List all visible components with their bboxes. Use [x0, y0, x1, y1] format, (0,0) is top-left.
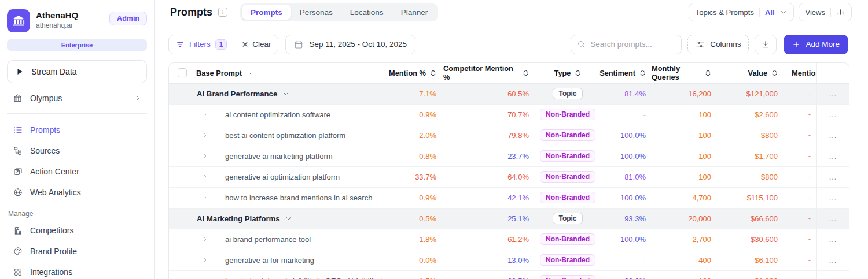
row-actions-button[interactable]: … — [816, 229, 849, 250]
bar-chart-icon — [836, 8, 845, 16]
sidebar-item-web-analytics[interactable]: Web Analytics — [7, 182, 147, 203]
sort-icon[interactable] — [771, 69, 778, 77]
views-label: Views — [806, 8, 825, 17]
sidebar-item-integrations[interactable]: Integrations — [7, 262, 147, 279]
row-expand-icon[interactable] — [201, 256, 208, 263]
type-badge: Non-Branded — [540, 233, 595, 245]
table-row[interactable]: best ai content optimization platform 2.… — [169, 125, 849, 146]
filters-group: Filters 1 ✕ Clear — [168, 35, 278, 54]
sidebar-item-competitors[interactable]: Competitors — [7, 220, 147, 241]
select-all-checkbox[interactable] — [178, 68, 187, 77]
row-actions-button[interactable]: … — [816, 105, 849, 125]
row-expand-icon[interactable] — [201, 173, 208, 180]
table-row[interactable]: ai content optimization software 0.9% 70… — [169, 105, 849, 125]
table-row[interactable]: how to increase brand mentions in ai sea… — [169, 188, 849, 209]
add-more-button[interactable]: Add More — [784, 35, 848, 54]
row-actions-button[interactable]: … — [816, 250, 849, 270]
sort-icon[interactable] — [705, 69, 711, 77]
date-range-picker[interactable]: Sep 11, 2025 - Oct 10, 2025 — [285, 35, 415, 54]
chevron-down-icon — [780, 9, 787, 16]
sort-icon[interactable] — [575, 69, 581, 77]
row-actions-button[interactable]: … — [816, 167, 849, 187]
sidebar-item-sources[interactable]: Sources — [7, 140, 147, 161]
tab-locations[interactable]: Locations — [341, 5, 392, 20]
columns-button[interactable]: Columns — [687, 35, 749, 54]
cell-monthly-queries: 100 — [652, 105, 718, 125]
workspace-name: AthenaHQ — [36, 10, 104, 20]
cell-sentiment: 90.0% — [599, 271, 652, 279]
calendar-icon — [294, 40, 303, 49]
row-actions-button[interactable]: … — [816, 125, 849, 146]
stream-data-button[interactable]: Stream Data — [7, 60, 147, 83]
table-row[interactable]: how to track brand visibility in GEO ai … — [169, 271, 849, 279]
sidebar-divider — [7, 113, 147, 114]
row-expand-icon[interactable] — [201, 236, 208, 243]
sort-icon[interactable] — [523, 69, 529, 77]
cell-value: $1,700 — [718, 146, 785, 166]
table-row[interactable]: AI Marketing Platforms 0.5% 25.1% Topic … — [169, 209, 849, 229]
download-button[interactable] — [755, 35, 777, 54]
cell-competitor-mention: 28.5% — [443, 271, 536, 279]
sort-icon[interactable] — [639, 69, 646, 77]
table-row[interactable]: AI Brand Performance 7.1% 60.5% Topic 81… — [169, 84, 849, 105]
col-monthly-queries: Monthly Queries — [652, 64, 701, 81]
filters-button[interactable]: Filters 1 — [169, 35, 234, 54]
admin-badge[interactable]: Admin — [109, 12, 147, 25]
prompt-label: how to track brand visibility in GEO ai … — [225, 277, 389, 279]
views-button[interactable]: Views — [799, 3, 852, 21]
table-row[interactable]: generative ai optimization platform 33.7… — [169, 167, 849, 188]
prompt-label: ai brand performance tool — [225, 235, 311, 244]
table-row[interactable]: generative ai marketing platform 0.8% 23… — [169, 146, 849, 167]
sidebar-item-prompts[interactable]: Prompts — [7, 120, 147, 140]
row-actions-button[interactable]: … — [816, 146, 849, 166]
row-expand-icon[interactable] — [201, 152, 208, 159]
cell-mention: 0.8% — [389, 146, 443, 166]
sidebar-item-olympus[interactable]: Olympus — [7, 88, 147, 109]
date-range-value: Sep 11, 2025 - Oct 10, 2025 — [309, 40, 407, 49]
search-icon — [577, 40, 586, 49]
table-row[interactable]: ai brand performance tool 1.8% 61.2% Non… — [169, 229, 849, 250]
search-input[interactable] — [590, 40, 675, 49]
cell-mention: 7.1% — [389, 84, 443, 104]
cell-monthly-queries: 16,200 — [652, 84, 718, 104]
workspace-header: AthenaHQ athenahq.ai Admin — [7, 9, 147, 32]
row-actions-button[interactable]: … — [816, 188, 849, 208]
tab-planner[interactable]: Planner — [392, 5, 437, 20]
cell-mentions: - — [785, 229, 816, 250]
col-mentions: Mentions — [792, 69, 816, 77]
table-row[interactable]: generative ai for marketing 0.0% 13.0% N… — [169, 250, 849, 271]
type-badge: Non-Branded — [540, 109, 595, 120]
type-badge: Non-Branded — [540, 254, 595, 266]
table-header-row: Base Prompt Mention % Competitor Mention… — [169, 63, 849, 84]
row-expand-icon[interactable] — [201, 132, 208, 139]
info-icon[interactable]: i — [218, 8, 227, 17]
cell-value: $800 — [718, 167, 785, 187]
sidebar-item-action-center[interactable]: Action Center — [7, 161, 147, 182]
cell-competitor-mention: 70.7% — [443, 105, 536, 125]
tab-personas[interactable]: Personas — [291, 5, 341, 20]
topic-caret-icon[interactable] — [282, 90, 289, 97]
row-actions-button[interactable]: … — [816, 84, 849, 104]
scope-selector[interactable]: Topics & Prompts All — [689, 3, 794, 21]
sort-icon[interactable] — [430, 69, 436, 77]
row-expand-icon[interactable] — [201, 111, 208, 118]
row-expand-icon[interactable] — [201, 194, 208, 201]
cell-sentiment: - — [599, 250, 652, 270]
globe-icon — [13, 188, 23, 197]
row-actions-button[interactable]: … — [816, 209, 849, 229]
actions-header-cell — [816, 63, 849, 83]
cell-sentiment: 100.0% — [599, 188, 652, 208]
tab-prompts[interactable]: Prompts — [242, 5, 291, 20]
chevron-down-icon[interactable] — [247, 69, 254, 76]
col-base-prompt: Base Prompt — [196, 69, 242, 77]
sidebar-item-brand-profile[interactable]: Brand Profile — [7, 241, 147, 262]
row-actions-button[interactable]: … — [816, 271, 849, 279]
topic-caret-icon[interactable] — [285, 215, 292, 222]
filter-icon — [176, 40, 185, 49]
scrollbar-track[interactable] — [865, 17, 865, 279]
type-badge: Non-Branded — [540, 150, 595, 162]
clear-filters-button[interactable]: ✕ Clear — [234, 35, 278, 54]
prompt-label: how to increase brand mentions in ai sea… — [225, 194, 372, 202]
cell-sentiment: 100.0% — [599, 229, 652, 250]
enterprise-plan-badge: Enterprise — [7, 39, 147, 51]
